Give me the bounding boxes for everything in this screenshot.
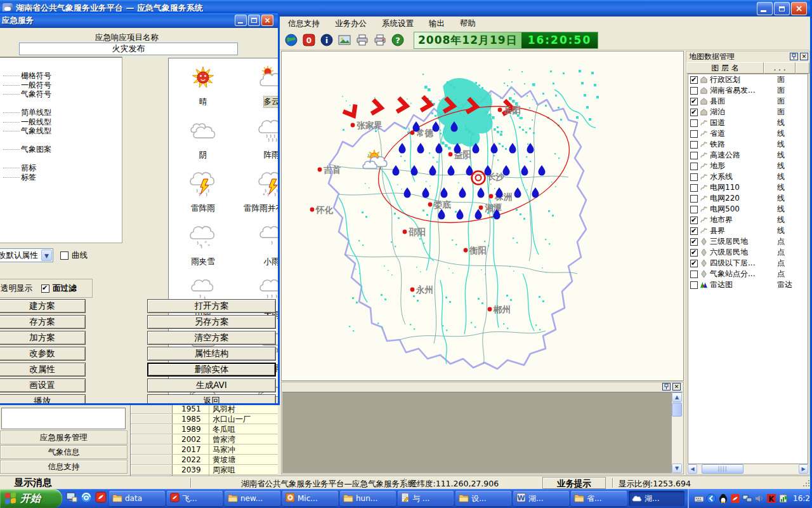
printer-icon[interactable]: [355, 33, 369, 47]
layer-checkbox[interactable]: [690, 173, 698, 181]
layer-row-三级居民地[interactable]: 三级居民地点: [688, 236, 808, 247]
dialog-button-right-5[interactable]: 删除实体: [147, 363, 276, 377]
keyboard-icon[interactable]: [694, 493, 704, 504]
message-panel-scrollbar[interactable]: ▲ ▼: [672, 392, 683, 473]
weather-symbol-suncloud[interactable]: 多云: [237, 62, 280, 116]
pin-icon[interactable]: [790, 53, 798, 60]
layer-row-湖南省易发...[interactable]: 湖南省易发...面: [688, 85, 808, 96]
taskbar-button-3[interactable]: new...: [225, 491, 280, 506]
weather-symbol-sun[interactable]: 晴: [169, 62, 237, 116]
layer-checkbox[interactable]: [690, 271, 698, 278]
layer-row-国道[interactable]: 国道线: [688, 117, 808, 128]
layer-checkbox[interactable]: [690, 76, 698, 84]
layer-checkbox[interactable]: [690, 87, 698, 95]
volume-icon[interactable]: [754, 493, 764, 504]
tree-item[interactable]: 栅格符号: [0, 72, 122, 81]
dialog-button-left-3[interactable]: 加方案: [0, 331, 86, 345]
scroll-right-icon[interactable]: ▶: [799, 464, 808, 474]
dialog-close-button[interactable]: ×: [261, 15, 273, 26]
tree-item[interactable]: 案: [0, 136, 122, 145]
kaspersky-icon[interactable]: K: [766, 493, 776, 504]
layer-row-六级居民地[interactable]: 六级居民地点: [688, 247, 808, 258]
dialog-button-right-3[interactable]: 清空方案: [147, 331, 276, 345]
layer-row-铁路[interactable]: 铁路线: [688, 139, 808, 150]
info-icon[interactable]: i: [320, 33, 334, 47]
table-row[interactable]: 1951风羽村: [131, 404, 278, 414]
dialog-titlebar[interactable]: 应急服务 ×: [0, 13, 278, 28]
layer-row-地形[interactable]: 地形线: [688, 161, 808, 171]
table-row[interactable]: 2017马家冲: [131, 444, 278, 455]
tree-item[interactable]: 气象图案: [0, 145, 122, 155]
tree-item[interactable]: 简单线型: [0, 109, 122, 118]
dialog-button-left-4[interactable]: 改参数: [0, 347, 86, 361]
business-tip-pane[interactable]: 业务提示: [542, 477, 606, 489]
layer-row-行政区划[interactable]: 行政区划面: [688, 74, 808, 85]
layer-row-四级以下居...[interactable]: 四级以下居...点: [688, 258, 808, 269]
menu-item-2[interactable]: 业务办公: [335, 18, 367, 29]
layer-row-水系线[interactable]: 水系线线: [688, 171, 808, 182]
close-icon[interactable]: ✕: [800, 53, 808, 60]
menu-item-1[interactable]: 信息支持: [288, 18, 320, 29]
layer-checkbox[interactable]: [690, 119, 698, 127]
taskbar-button-10[interactable]: 湖...: [629, 491, 684, 506]
weather-symbol-rain1[interactable]: 小雨: [237, 222, 280, 276]
dialog-button-left-7[interactable]: 播放: [0, 394, 86, 405]
tree-item[interactable]: 号: [0, 62, 122, 72]
table-row[interactable]: 1989冬瓜咀: [131, 424, 278, 434]
layer-checkbox[interactable]: [690, 141, 698, 149]
ie-icon[interactable]: [81, 491, 92, 503]
nav-button-1[interactable]: 应急服务管理: [0, 431, 128, 444]
scroll-down-icon[interactable]: ▼: [672, 464, 682, 473]
network-icon[interactable]: [742, 493, 752, 504]
default-attribute-combo[interactable]: 改默认属性 ▼: [0, 248, 53, 262]
layer-panel-hscrollbar[interactable]: ◀ |||| ▶: [688, 464, 808, 474]
layer-checkbox[interactable]: [690, 238, 698, 246]
layer-checkbox[interactable]: [690, 98, 698, 105]
dialog-maximize-button[interactable]: [248, 15, 260, 26]
layer-checkbox[interactable]: [690, 206, 698, 213]
dialog-button-left-6[interactable]: 画设置: [0, 378, 86, 392]
layer-row-雷达图[interactable]: 雷达图雷达: [688, 279, 808, 290]
layer-checkbox[interactable]: [690, 109, 698, 116]
start-button[interactable]: 开始: [0, 489, 62, 508]
layer-row-省道[interactable]: 省道线: [688, 128, 808, 139]
messenger-icon[interactable]: [730, 493, 740, 504]
menu-item-5[interactable]: 帮助: [460, 18, 476, 29]
menu-item-3[interactable]: 系统设置: [382, 18, 414, 29]
tree-item[interactable]: 气象符号: [0, 90, 122, 100]
chevron-down-icon[interactable]: ▼: [41, 250, 52, 261]
layer-row-湖泊[interactable]: 湖泊面: [688, 107, 808, 117]
layer-checkbox[interactable]: [690, 260, 698, 267]
layer-checkbox[interactable]: [690, 152, 698, 159]
transparent-display-label[interactable]: 透明显示: [1, 283, 32, 294]
minimize-button[interactable]: [757, 2, 773, 15]
help-icon[interactable]: ?: [391, 33, 405, 47]
scroll-left-icon[interactable]: ◀: [688, 464, 697, 474]
tree-item[interactable]: 一般线型: [0, 117, 122, 127]
close-icon[interactable]: ✕: [672, 383, 681, 391]
layer-row-地市界[interactable]: 地市界线: [688, 215, 808, 225]
qq-penguin-icon[interactable]: [718, 493, 728, 504]
face-filter-checkbox[interactable]: 面过滤: [41, 283, 77, 294]
layer-row-电网500[interactable]: 电网500线: [688, 204, 808, 215]
layer-row-高速公路[interactable]: 高速公路线: [688, 150, 808, 161]
tree-item[interactable]: 标签: [0, 173, 122, 182]
layer-row-县面[interactable]: 县面面: [688, 96, 808, 107]
taskbar-button-6[interactable]: 与 ...: [398, 491, 454, 506]
message-list[interactable]: [1, 408, 126, 429]
meter-icon[interactable]: [778, 493, 789, 504]
project-name-input[interactable]: 火灾发布: [19, 43, 238, 55]
stop-icon[interactable]: 0: [302, 33, 316, 47]
layer-checkbox[interactable]: [690, 281, 698, 289]
dialog-button-left-1[interactable]: 建方案: [0, 299, 86, 313]
pin-icon[interactable]: [662, 383, 671, 391]
table-row[interactable]: 2039周家咀: [131, 465, 278, 475]
layer-row-县界[interactable]: 县界线: [688, 225, 808, 236]
table-row[interactable]: 1985水口山一厂: [131, 414, 278, 424]
layer-checkbox[interactable]: [690, 217, 698, 224]
layer-checkbox[interactable]: [690, 195, 698, 203]
nav-button-2[interactable]: 气象信息: [0, 445, 128, 459]
dialog-button-left-5[interactable]: 改属性: [0, 363, 86, 377]
dialog-button-right-2[interactable]: 另存方案: [147, 315, 276, 329]
resize-grip[interactable]: [802, 480, 809, 488]
